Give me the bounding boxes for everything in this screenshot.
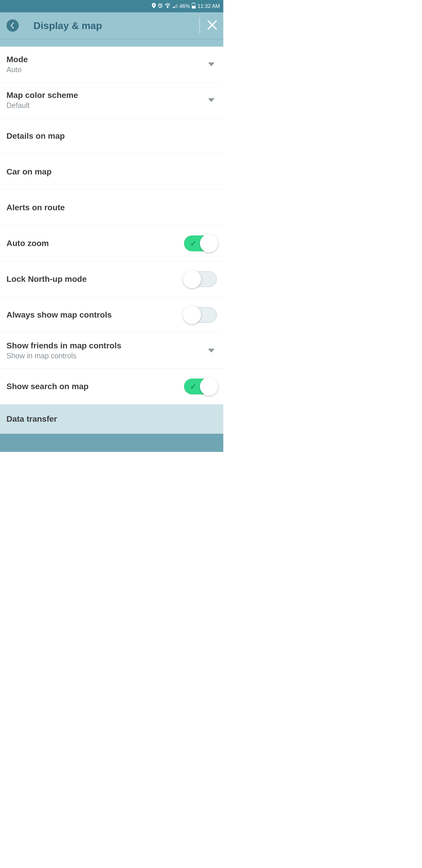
toggle-knob [200,377,218,396]
label-friends: Show friends in map controls [6,341,208,350]
battery-percent: 46% [180,3,190,9]
label-always-controls: Always show map controls [6,310,184,320]
clock-time: 11:32 AM [197,3,220,9]
setting-search-on-map[interactable]: Show search on map ✓ [0,369,223,404]
setting-alerts-on-route[interactable]: Alerts on route [0,190,223,225]
toggle-knob [183,270,201,288]
label-auto-zoom: Auto zoom [6,239,184,248]
toggle-search-map[interactable]: ✓ [184,379,217,395]
setting-lock-north[interactable]: Lock North-up mode [0,261,223,297]
label-mode: Mode [6,55,208,64]
toggle-always-controls[interactable] [184,307,217,323]
setting-car-on-map[interactable]: Car on map [0,154,223,190]
close-button[interactable] [207,20,218,31]
value-color-scheme: Default [6,101,208,110]
check-icon: ✓ [190,382,197,392]
setting-color-scheme[interactable]: Map color scheme Default [0,83,223,118]
label-details: Details on map [6,131,217,141]
app-bar: Display & map [0,12,223,39]
toggle-knob [183,306,201,324]
bottom-gap [0,434,223,452]
back-button[interactable] [6,19,19,32]
toggle-auto-zoom[interactable]: ✓ [184,236,217,251]
label-car: Car on map [6,167,217,177]
status-bar: 46% 11:32 AM [0,0,223,12]
label-lock-north: Lock North-up mode [6,275,184,284]
chevron-down-icon [208,62,215,66]
toggle-lock-north[interactable] [184,271,217,287]
signal-icon [172,3,177,9]
alarm-icon [158,3,163,10]
setting-friends-controls[interactable]: Show friends in map controls Show in map… [0,333,223,369]
setting-auto-zoom[interactable]: Auto zoom ✓ [0,225,223,261]
value-friends: Show in map controls [6,351,208,360]
svg-point-1 [167,7,168,8]
svg-rect-4 [192,6,195,8]
setting-mode[interactable]: Mode Auto [0,46,223,83]
check-icon: ✓ [190,239,197,248]
value-mode: Auto [6,65,208,74]
wifi-icon [165,3,170,9]
chevron-down-icon [208,98,215,102]
battery-icon [192,3,196,10]
settings-list: Mode Auto Map color scheme Default Detai… [0,46,223,404]
label-color-scheme: Map color scheme [6,91,208,100]
page-title: Display & map [33,20,199,31]
toggle-knob [200,234,218,252]
header-gap [0,39,223,46]
label-alerts: Alerts on route [6,203,217,212]
setting-always-controls[interactable]: Always show map controls [0,297,223,333]
location-icon [152,3,156,10]
setting-details-on-map[interactable]: Details on map [0,118,223,154]
divider [199,17,200,34]
label-search-map: Show search on map [6,382,184,391]
section-data-transfer: Data transfer [0,404,223,434]
chevron-down-icon [208,349,215,352]
svg-rect-3 [193,3,195,3]
